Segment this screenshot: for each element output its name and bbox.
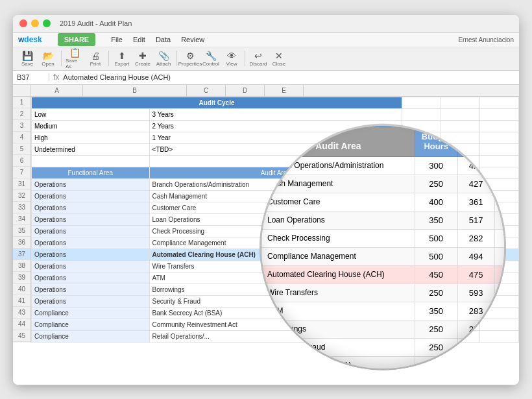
menu-edit[interactable]: Edit	[133, 36, 145, 43]
mag-hours-cell: 250	[415, 320, 457, 338]
window-title: 2019 Audit - Audit Plan	[60, 19, 132, 27]
cell-a32[interactable]: Operations	[32, 190, 150, 202]
mag-table-row: Loan Operations 350 517 High	[262, 211, 505, 229]
mag-area-cell: Automated Clearing House (ACH)	[262, 265, 415, 284]
toolbar-separator-1	[61, 51, 62, 66]
discard-button[interactable]: ↩ Discard	[249, 49, 267, 67]
mag-score-cell: 517	[457, 211, 494, 229]
export-button[interactable]: ⬆ Export	[113, 49, 131, 67]
cell-a40[interactable]: Operations	[32, 284, 150, 295]
toolbar-separator-4	[245, 51, 245, 66]
attach-button[interactable]: 📎 Attach	[154, 49, 173, 67]
formula-bar: B37 fx Automated Clearing House (ACH)	[13, 71, 519, 85]
functional-area-header: Functional Area	[32, 167, 150, 178]
mag-table-row: Compliance Management 500 494 High	[262, 247, 505, 265]
cell-a38[interactable]: Operations	[32, 260, 150, 272]
cell-a34[interactable]: Operations	[32, 213, 150, 225]
mag-score-cell: 494	[457, 247, 494, 265]
row-num-41: 41	[13, 295, 30, 307]
row-num-31: 31	[13, 178, 30, 190]
row-numbers: 1 2 3 4 5 6 7 31 32 33 34 35 36 37 38 39	[13, 97, 31, 343]
cell-a36[interactable]: Operations	[32, 237, 150, 248]
row-num-40: 40	[13, 284, 30, 295]
cell-a43[interactable]: Compliance	[32, 307, 150, 319]
row-num-5: 5	[13, 143, 30, 155]
menu-review[interactable]: Review	[181, 36, 204, 43]
row-num-2: 2	[13, 108, 30, 120]
col-b: B	[83, 85, 187, 96]
cell-a3[interactable]: Medium	[32, 120, 150, 132]
mag-table-row: Wire Transfers 250 593 High	[262, 284, 505, 302]
row-num-4: 4	[13, 132, 30, 143]
row-num-44: 44	[13, 319, 30, 330]
print-button[interactable]: 🖨 Print	[86, 49, 104, 67]
mag-table-row: Check Processing 500 282 Low	[262, 229, 505, 247]
menu-bar: wdesk SHARE File Edit Data Review Ernest…	[13, 33, 519, 47]
mag-hours-cell: 500	[415, 247, 457, 265]
mag-area-cell: Check Processing	[262, 229, 415, 247]
menu-data[interactable]: Data	[156, 36, 171, 43]
audit-cycle-header: Audit Cycle	[32, 97, 402, 108]
cell-a33[interactable]: Operations	[32, 202, 150, 213]
mag-table-row: Cash Management 250 427 Medium	[262, 175, 505, 193]
save-button[interactable]: 💾 Save	[18, 49, 36, 67]
cell-a2[interactable]: Low	[32, 108, 150, 120]
row-num-35: 35	[13, 225, 30, 237]
cell-b2[interactable]: 3 Years	[149, 108, 402, 120]
mag-hours-cell: 250	[415, 175, 457, 193]
view-button[interactable]: 👁 View	[223, 49, 241, 67]
formula-value: Automated Clearing House (ACH)	[63, 73, 171, 81]
table-row: Audit Cycle	[32, 97, 519, 108]
mag-table-row: Customer Care 400 361 Medium	[262, 193, 505, 211]
cell-a35[interactable]: Operations	[32, 225, 150, 237]
mag-hours-cell: 500	[415, 229, 457, 247]
col-c: C	[187, 85, 226, 96]
mag-hours-cell: 350	[415, 211, 457, 229]
cell-reference[interactable]: B37	[17, 73, 49, 81]
col-a: A	[31, 85, 83, 96]
close-button[interactable]	[19, 19, 27, 27]
cell-a37[interactable]: Operations	[32, 248, 150, 260]
mag-rating-cell: Low	[494, 229, 504, 247]
open-button[interactable]: 📂 Open	[39, 49, 57, 67]
share-button[interactable]: SHARE	[58, 33, 96, 46]
mag-score-cell: 475	[457, 265, 494, 284]
mag-hours-cell: 300	[415, 156, 457, 175]
app-window: 2019 Audit - Audit Plan wdesk SHARE File…	[13, 15, 519, 385]
title-bar: 2019 Audit - Audit Plan	[13, 15, 519, 33]
mag-area-cell: Wire Transfers	[262, 284, 415, 302]
maximize-button[interactable]	[43, 19, 51, 27]
menu-file[interactable]: File	[111, 36, 123, 43]
create-button[interactable]: ✚ Create	[134, 49, 152, 67]
cell-a5[interactable]: Undetermined	[32, 143, 150, 155]
cell-a39[interactable]: Operations	[32, 272, 150, 284]
mag-score-cell: 282	[457, 229, 494, 247]
mag-area-cell: Compliance Management	[262, 247, 415, 265]
column-headers: A B C D E	[13, 85, 519, 97]
mag-area-cell: ATM	[262, 302, 415, 320]
cell-a31[interactable]: Operations	[32, 178, 150, 190]
mag-hours-cell: 400	[415, 193, 457, 211]
mag-score-cell: 593	[457, 284, 494, 302]
close-toolbar-button[interactable]: ✕ Close	[270, 49, 288, 67]
magnify-content: Audit Area BudgetHours RiskScore R... Br…	[261, 126, 504, 369]
mag-area-cell: Cash Management	[262, 175, 415, 193]
cell-a4[interactable]: High	[32, 132, 150, 143]
magnified-table: Audit Area BudgetHours RiskScore R... Br…	[261, 126, 504, 369]
mag-table-row: ATM 350 283 Low	[262, 302, 505, 320]
mag-hours-cell: 450	[415, 265, 457, 284]
saveas-button[interactable]: 📋 Save As	[66, 49, 84, 67]
cell-a45[interactable]: Compliance	[32, 330, 150, 342]
control-button[interactable]: 🔧 Control	[202, 49, 220, 67]
app-logo: wdesk	[18, 35, 42, 44]
mag-rating-cell: High	[494, 247, 504, 265]
cell-a41[interactable]: Operations	[32, 295, 150, 307]
minimize-button[interactable]	[31, 19, 39, 27]
row-num-43: 43	[13, 307, 30, 319]
cell-a44[interactable]: Compliance	[32, 319, 150, 330]
row-num-7: 7	[13, 167, 30, 178]
mag-area-cell: Customer Care	[262, 193, 415, 211]
toolbar-separator-2	[108, 51, 109, 66]
row-num-32: 32	[13, 190, 30, 202]
properties-button[interactable]: ⚙ Properties	[181, 49, 199, 67]
